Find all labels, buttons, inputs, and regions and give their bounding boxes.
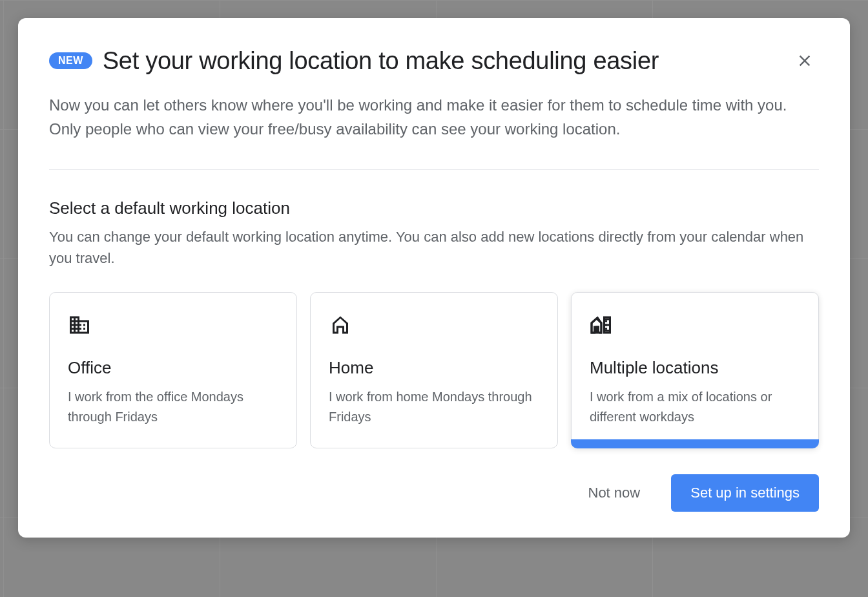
card-home[interactable]: Home I work from home Mondays through Fr… [310, 292, 558, 448]
card-title: Home [329, 358, 539, 378]
card-title: Office [68, 358, 278, 378]
card-title: Multiple locations [590, 358, 800, 378]
card-description: I work from home Mondays through Fridays [329, 387, 539, 427]
home-icon [329, 313, 539, 339]
set-up-in-settings-button[interactable]: Set up in settings [671, 474, 819, 512]
card-multiple-locations[interactable]: Multiple locations I work from a mix of … [571, 292, 819, 448]
location-cards: Office I work from the office Mondays th… [49, 292, 819, 448]
card-office[interactable]: Office I work from the office Mondays th… [49, 292, 297, 448]
modal-footer: Not now Set up in settings [49, 474, 819, 512]
svg-rect-2 [605, 328, 607, 330]
card-description: I work from the office Mondays through F… [68, 387, 278, 427]
svg-rect-1 [605, 324, 607, 326]
modal-title: Set your working location to make schedu… [103, 47, 780, 75]
section-description: You can change your default working loca… [49, 226, 819, 269]
svg-rect-0 [605, 320, 607, 322]
section-title: Select a default working location [49, 198, 819, 218]
close-button[interactable] [790, 47, 819, 75]
close-icon [796, 52, 814, 70]
office-building-icon [68, 313, 278, 339]
modal-description: Now you can let others know where you'll… [49, 93, 819, 170]
working-location-modal: NEW Set your working location to make sc… [18, 18, 850, 538]
not-now-button[interactable]: Not now [569, 474, 660, 512]
home-work-icon [590, 313, 800, 339]
new-badge: NEW [49, 52, 92, 69]
modal-header: NEW Set your working location to make sc… [49, 47, 819, 75]
card-description: I work from a mix of locations or differ… [590, 387, 800, 427]
